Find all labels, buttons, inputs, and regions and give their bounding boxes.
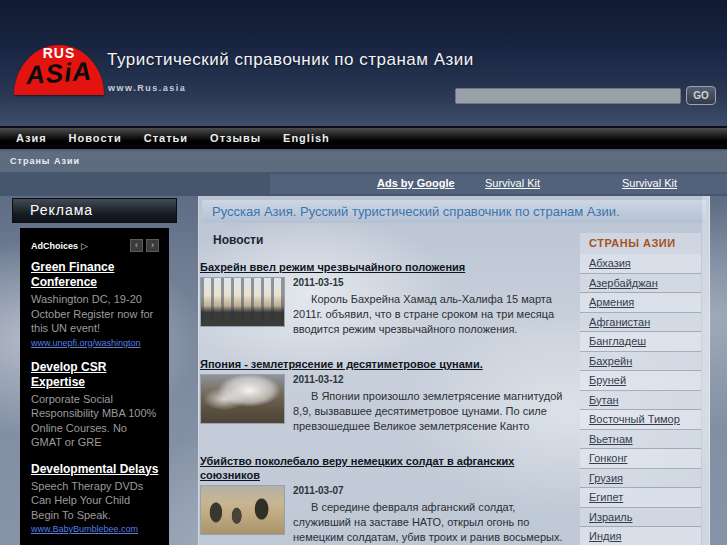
country-link-brunei[interactable]: Бруней — [580, 371, 701, 391]
nav-item-news[interactable]: Новости — [58, 132, 133, 144]
news-date: 2011-03-12 — [293, 374, 574, 385]
ad-item: Develop CSR Expertise Corporate Social R… — [31, 360, 159, 450]
survival-kit-link-2[interactable]: Survival Kit — [622, 177, 677, 189]
ad-body-text: Corporate Social Responsibility MBA 100%… — [31, 392, 159, 450]
ad-item: Developmental Delays Speech Therapy DVDs… — [31, 462, 159, 535]
adchoices-triangle-icon: ▷ — [81, 241, 88, 251]
country-link-egypt[interactable]: Египет — [580, 488, 701, 508]
news-thumbnail-afghan-soldiers-icon[interactable] — [200, 485, 285, 535]
adchoices-row: AdChoices ▷ ‹ › — [31, 239, 159, 252]
country-link-georgia[interactable]: Грузия — [580, 469, 701, 489]
breadcrumb-countries[interactable]: Страны Азии — [0, 156, 80, 166]
ad-pager: ‹ › — [130, 239, 159, 252]
news-item: Япония - землетрясение и десятиметровое … — [200, 357, 574, 434]
ad-title-link[interactable]: Developmental Delays — [31, 462, 159, 477]
news-thumbnail-japan-tsunami-icon[interactable] — [200, 374, 285, 424]
news-date: 2011-03-07 — [293, 485, 574, 496]
country-link-afghanistan[interactable]: Афганистан — [580, 313, 701, 333]
countries-sidebar-title: СТРАНЫ АЗИИ — [580, 233, 701, 254]
search-go-button[interactable]: GO — [686, 86, 716, 105]
logo-text-asia: ASiA — [13, 55, 105, 92]
news-date: 2011-03-15 — [293, 277, 574, 288]
nav-item-articles[interactable]: Статьи — [133, 132, 199, 144]
countries-sidebar: СТРАНЫ АЗИИ Абхазия Азербайджан Армения … — [580, 233, 701, 545]
news-section-title: Новости — [213, 233, 263, 247]
survival-kit-link-1[interactable]: Survival Kit — [485, 177, 540, 189]
news-summary: В середине февраля афганский солдат, слу… — [293, 500, 574, 545]
ad-title-link[interactable]: Develop CSR Expertise — [31, 360, 159, 390]
news-item: Бахрейн ввел режим чрезвычайного положен… — [200, 260, 574, 337]
ad-prev-button[interactable]: ‹ — [130, 239, 143, 252]
site-banner-text: Русская Азия. Русский туристический спра… — [202, 204, 620, 219]
nav-item-english[interactable]: English — [272, 132, 341, 144]
country-link-armenia[interactable]: Армения — [580, 293, 701, 313]
left-sidebar-title: Реклама — [12, 198, 177, 223]
google-ad-panel: AdChoices ▷ ‹ › Green Finance Conference… — [20, 228, 169, 545]
breadcrumb-bar: Страны Азии — [0, 151, 727, 172]
news-summary: В Японии произошло землетрясение магниту… — [293, 389, 574, 434]
site-url: www.Rus.asia — [108, 83, 186, 93]
ad-body-text: Speech Therapy DVDs Can Help Your Child … — [31, 479, 159, 523]
country-link-bangladesh[interactable]: Бангладеш — [580, 332, 701, 352]
country-link-bhutan[interactable]: Бутан — [580, 391, 701, 411]
news-thumbnail-bahrain-city-icon[interactable] — [200, 277, 285, 327]
news-list: Бахрейн ввел режим чрезвычайного положен… — [200, 260, 574, 545]
ads-by-google-link[interactable]: Ads by Google — [377, 177, 455, 189]
country-link-india[interactable]: Индия — [580, 527, 701, 545]
ad-body-text: Washington DC, 19-20 October Register no… — [31, 292, 159, 336]
news-item: Убийство поколебало веру немецких солдат… — [200, 454, 574, 545]
nav-item-reviews[interactable]: Отзывы — [199, 132, 272, 144]
ad-url-link[interactable]: www.unepfi.org/washington — [31, 338, 159, 348]
adchoices-label[interactable]: AdChoices — [31, 241, 78, 251]
main-content-panel: Русская Азия. Русский туристический спра… — [198, 196, 710, 545]
ad-item: Green Finance Conference Washington DC, … — [31, 260, 159, 348]
news-summary: Король Бахрейна Хамад аль-Халифа 15 март… — [293, 292, 574, 337]
site-logo[interactable]: RUS ASiA — [14, 38, 104, 95]
country-link-israel[interactable]: Израиль — [580, 508, 701, 528]
country-link-azerbaijan[interactable]: Азербайджан — [580, 274, 701, 294]
main-nav: Азия Новости Статьи Отзывы English — [0, 126, 727, 149]
news-title-link[interactable]: Убийство поколебало веру немецких солдат… — [200, 454, 574, 482]
news-title-link[interactable]: Бахрейн ввел режим чрезвычайного положен… — [200, 260, 574, 274]
ad-url-link[interactable]: www.BabyBumblebee.com — [31, 524, 159, 534]
ad-next-button[interactable]: › — [146, 239, 159, 252]
search-input[interactable] — [455, 88, 681, 104]
country-link-bahrain[interactable]: Бахрейн — [580, 352, 701, 372]
ad-title-link[interactable]: Green Finance Conference — [31, 260, 159, 290]
news-title-link[interactable]: Япония - землетрясение и десятиметровое … — [200, 357, 574, 371]
site-title: Туристический справочник по странам Азии — [107, 50, 474, 70]
country-link-abkhazia[interactable]: Абхазия — [580, 254, 701, 274]
nav-item-asia[interactable]: Азия — [5, 132, 58, 144]
site-banner: Русская Азия. Русский туристический спра… — [202, 200, 706, 223]
google-ads-strip: Ads by Google Survival Kit Survival Kit — [0, 172, 727, 196]
country-link-hongkong[interactable]: Гонконг — [580, 449, 701, 469]
country-link-vietnam[interactable]: Вьетнам — [580, 430, 701, 450]
country-link-east-timor[interactable]: Восточный Тимор — [580, 410, 701, 430]
